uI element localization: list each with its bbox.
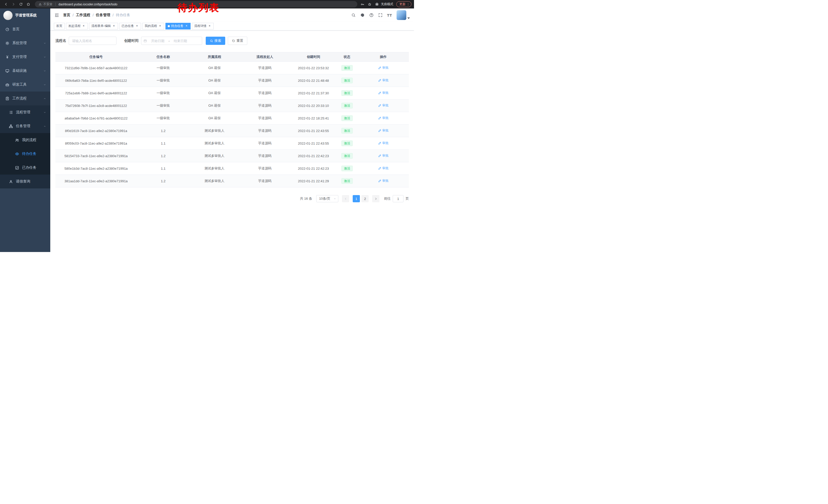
page-unit-label: 页 (406, 196, 409, 201)
close-icon[interactable]: × (208, 25, 211, 28)
menu-dots-icon[interactable] (406, 3, 410, 6)
tags-view-item[interactable]: 流程表单-编辑× (89, 23, 118, 30)
cell-process: OA 请假 (190, 99, 239, 112)
breadcrumb-item[interactable]: 首页 (63, 13, 70, 17)
page-button[interactable]: 1 (353, 195, 360, 202)
pagination-total: 共 16 条 (300, 196, 312, 201)
address-bar[interactable]: 不安全 dashboard.yudao.iocoder.cn/bpm/task/… (35, 1, 357, 7)
sidebar-item-my-process[interactable]: 我的流程 (0, 133, 50, 147)
tags-view-item[interactable]: 待办任务× (165, 23, 191, 30)
cell-initiator: 芋道源码 (239, 150, 291, 162)
page-button[interactable]: 2 (362, 195, 369, 202)
prev-page-button[interactable] (342, 195, 349, 202)
browser-chrome: 不安全 dashboard.yudao.iocoder.cn/bpm/task/… (0, 0, 414, 8)
status-badge: 激活 (341, 166, 353, 171)
fullscreen-icon[interactable] (378, 13, 383, 17)
close-icon[interactable]: × (185, 25, 188, 28)
incognito-icon (375, 2, 379, 6)
reload-icon[interactable] (17, 1, 25, 8)
approve-button[interactable]: 审批 (378, 129, 388, 133)
tags-view-item[interactable]: 已办任务× (119, 23, 141, 30)
cell-initiator: 芋道源码 (239, 175, 291, 187)
back-icon[interactable] (3, 1, 9, 8)
tags-view-item[interactable]: 发起流程× (66, 23, 88, 30)
sidebar-item-workflow[interactable]: 工作流程 (0, 92, 50, 105)
approve-button[interactable]: 审批 (378, 179, 388, 183)
approve-button[interactable]: 审批 (378, 153, 388, 158)
sidebar-item-infrastructure[interactable]: 基础设施 (0, 64, 50, 78)
update-button[interactable]: 更新 (396, 1, 411, 7)
page-content: 流程名 创建时间 - 搜索 重置 (50, 31, 414, 252)
table-row: 725a1eb6-7b88-11ec-8ef0-acde48001122一级审批… (55, 87, 409, 99)
github-icon[interactable] (360, 13, 365, 17)
sidebar-item-leave-query[interactable]: 请假查询 (0, 175, 50, 188)
close-icon[interactable]: × (135, 25, 139, 28)
approve-button[interactable]: 审批 (378, 78, 388, 83)
user-menu[interactable] (397, 10, 410, 20)
monitor-icon (5, 69, 9, 73)
cell-created: 2022-01-22 20:33:10 (290, 99, 336, 112)
app-logo[interactable]: 芋道管理系统 (0, 8, 50, 22)
sidebar-item-done-task[interactable]: 已办任务 (0, 161, 50, 175)
key-icon[interactable] (360, 2, 365, 6)
close-icon[interactable]: × (82, 25, 85, 28)
question-icon[interactable] (369, 13, 374, 17)
tags-view-item[interactable]: 首页 (54, 23, 65, 30)
table-row: 58154733-7ac8-11ec-a9e2-a2380e71991a1.2测… (55, 150, 409, 162)
approve-button[interactable]: 审批 (378, 65, 388, 70)
star-icon[interactable] (368, 2, 372, 6)
column-header: 流程发起人 (239, 52, 291, 62)
tags-view-item[interactable]: 流程详情× (192, 23, 214, 30)
chevron-down-icon (43, 56, 46, 58)
cell-task-name: 一级审批 (137, 87, 190, 99)
sidebar: 芋道管理系统 首页系统管理支付管理基础设施研发工具工作流程流程管理任务管理我的流… (0, 8, 50, 252)
sitemap-icon (9, 124, 13, 129)
sidebar-item-dev-tools[interactable]: 研发工具 (0, 78, 50, 92)
address-url: dashboard.yudao.iocoder.cn/bpm/task/todo (58, 3, 118, 6)
approve-button[interactable]: 审批 (378, 141, 388, 145)
next-page-button[interactable] (372, 195, 379, 202)
approve-button[interactable]: 审批 (378, 116, 388, 120)
process-name-input[interactable] (69, 37, 117, 45)
column-header: 创建时间 (290, 52, 336, 62)
cell-process: 测试多审批人 (190, 162, 239, 175)
cell-created: 2022-01-22 21:37:30 (290, 87, 336, 99)
close-icon[interactable]: × (158, 25, 162, 28)
menu-fold-icon[interactable] (54, 13, 59, 18)
date-range-picker[interactable]: - (141, 37, 202, 45)
filter-bar: 流程名 创建时间 - 搜索 重置 (55, 37, 409, 45)
page-size-select[interactable]: 10条/页 (316, 195, 338, 202)
home-icon[interactable] (25, 1, 32, 8)
reset-button[interactable]: 重置 (228, 37, 247, 45)
table-row: a6aba0a4-7b6d-11ec-b781-acde48001122一级审批… (55, 112, 409, 125)
close-icon[interactable]: × (112, 25, 116, 28)
search-icon[interactable] (351, 13, 356, 17)
start-date-input[interactable] (148, 39, 168, 43)
approve-button[interactable]: 审批 (378, 166, 388, 171)
edit-icon (378, 154, 381, 157)
update-label: 更新 (399, 2, 406, 6)
sidebar-item-payment-management[interactable]: 支付管理 (0, 50, 50, 64)
tags-view-item[interactable]: 我的流程× (142, 23, 164, 30)
incognito-label: 无痕模式 (381, 2, 393, 6)
breadcrumb-item[interactable]: 工作流程 (76, 13, 90, 17)
check-square-icon (15, 166, 19, 170)
sidebar-item-todo-task[interactable]: 待办任务 (0, 147, 50, 161)
breadcrumb-item[interactable]: 任务管理 (96, 13, 110, 17)
cell-task-id: 75d72608-7b7f-11ec-a3c8-acde48001122 (55, 99, 137, 112)
approve-button[interactable]: 审批 (378, 91, 388, 95)
goto-page-input[interactable] (393, 195, 404, 202)
approve-button[interactable]: 审批 (378, 103, 388, 108)
sidebar-item-process-management[interactable]: 流程管理 (0, 105, 50, 119)
people-icon (15, 138, 19, 142)
cell-task-name: 1.2 (137, 125, 190, 137)
font-size-icon[interactable]: TT (387, 13, 392, 17)
sidebar-item-task-management[interactable]: 任务管理 (0, 119, 50, 133)
sidebar-item-home[interactable]: 首页 (0, 22, 50, 36)
sidebar-item-system-management[interactable]: 系统管理 (0, 36, 50, 50)
chevron-down-icon (43, 42, 46, 45)
end-date-input[interactable] (170, 39, 191, 43)
page-size-value: 10条/页 (319, 196, 330, 201)
search-button[interactable]: 搜索 (206, 37, 225, 45)
forward-icon[interactable] (10, 1, 17, 8)
